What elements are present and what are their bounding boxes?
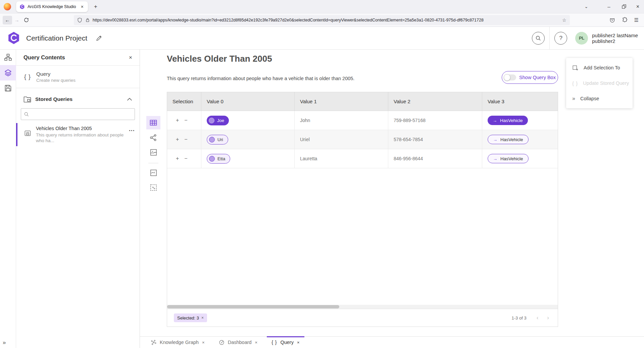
cell-value: John [300, 118, 310, 123]
table-empty-area [167, 168, 558, 305]
forward-button[interactable]: → [12, 16, 21, 24]
more-options-icon[interactable]: ••• [129, 128, 135, 143]
selection-tool-button[interactable] [146, 181, 160, 194]
browser-url-bar: ← → https://dev0028833.esri.com/portal/a… [0, 13, 644, 27]
menu-item-add-selection-to[interactable]: Add Selection To [566, 60, 633, 75]
bookmark-star-icon[interactable]: ☆ [562, 17, 566, 23]
previous-page-button[interactable]: ‹ [537, 314, 539, 321]
browser-tab[interactable]: ArcGIS Knowledge Studio × [16, 1, 88, 12]
column-header[interactable]: Value 1 [295, 92, 388, 111]
avatar[interactable]: PL [575, 32, 588, 45]
results-table: Selection Value 0 Value 1 Value 2 Value … [167, 92, 558, 327]
next-page-button[interactable]: › [547, 314, 549, 321]
remove-selection-icon[interactable]: − [184, 137, 187, 142]
horizontal-scrollbar[interactable] [167, 305, 558, 309]
tab-title: ArcGIS Knowledge Studio [28, 4, 80, 9]
user-name: publisher2 lastName [592, 33, 638, 38]
stored-queries-search[interactable] [21, 108, 135, 120]
column-header[interactable]: Selection [167, 92, 201, 111]
new-query-subtitle: Create new queries [36, 78, 76, 83]
stored-queries-header[interactable]: Stored Queries [16, 93, 140, 106]
add-selection-icon[interactable]: + [176, 156, 179, 161]
entity-chip[interactable]: Etta [207, 154, 230, 164]
back-button[interactable]: ← [3, 16, 12, 24]
tab-close-icon[interactable]: × [80, 4, 85, 9]
menu-item-collapse[interactable]: » Collapse [566, 91, 633, 106]
pocket-icon[interactable] [609, 17, 615, 23]
search-input[interactable] [31, 112, 132, 117]
header-divider [549, 27, 550, 50]
relationship-label: HasVehicle [500, 156, 523, 161]
stored-query-item[interactable]: Vehicles Older Than 2005 This query retu… [16, 123, 140, 146]
braces-icon: { } [24, 73, 31, 80]
firefox-icon[interactable] [4, 3, 11, 10]
menu-hamburger-icon[interactable]: ☰ [634, 17, 639, 23]
tab-query[interactable]: { } Query × [267, 337, 304, 348]
clear-selection-icon[interactable]: × [201, 315, 204, 320]
extensions-puzzle-icon[interactable] [622, 17, 628, 23]
browser-tab-bar: ArcGIS Knowledge Studio × + ⌄ – × [0, 0, 644, 13]
tab-knowledge-graph[interactable]: Knowledge Graph × [146, 337, 209, 348]
entity-chip[interactable]: Joe [207, 116, 229, 125]
new-tab-button[interactable]: + [94, 3, 97, 10]
tab-dashboard[interactable]: Dashboard × [214, 337, 262, 348]
entity-chip[interactable]: Uri [207, 135, 228, 144]
relationship-chip[interactable]: → HasVehicle [488, 154, 529, 163]
page: ArcGIS Knowledge Studio × + ⌄ – × ← → [0, 0, 644, 348]
value-cell: John [295, 111, 388, 130]
add-selection-icon[interactable]: + [176, 137, 179, 142]
add-to-map-button[interactable] [146, 166, 160, 179]
selection-cell: + − [167, 130, 201, 149]
tab-close-icon[interactable]: × [255, 340, 258, 345]
column-header[interactable]: Value 3 [482, 92, 558, 111]
entity-dot-icon [209, 118, 214, 123]
remove-selection-icon[interactable]: − [184, 156, 187, 161]
url-field[interactable]: https://dev0028833.esri.com/portal/apps/… [74, 15, 570, 25]
rail-item-contents[interactable] [0, 65, 16, 80]
cell-value: 759-889-57168 [394, 118, 426, 123]
chevron-up-icon[interactable] [127, 98, 132, 101]
table-view-button[interactable] [146, 116, 160, 129]
tab-close-icon[interactable]: × [297, 340, 300, 345]
stored-query-description: This query returns information about peo… [36, 132, 129, 143]
tab-label: Query [280, 340, 294, 345]
cell-value: 846-956-8644 [394, 156, 423, 161]
scrollbar-thumb[interactable] [167, 305, 339, 308]
global-search-button[interactable] [532, 32, 545, 45]
relationship-chip[interactable]: → HasVehicle [488, 135, 529, 144]
save-icon [4, 84, 12, 92]
url-text: https://dev0028833.esri.com/portal/apps/… [93, 18, 559, 22]
panel-close-icon[interactable]: × [129, 54, 132, 61]
tab-list-chevron-icon[interactable]: ⌄ [584, 4, 588, 9]
column-header[interactable]: Value 2 [388, 92, 482, 111]
new-query-item[interactable]: { } Query Create new queries [16, 66, 140, 88]
window-restore-button[interactable] [622, 4, 626, 9]
toolbar-divider [148, 163, 158, 163]
rail-item-data-model[interactable] [0, 50, 16, 65]
show-query-box-toggle[interactable]: Show Query Box [502, 71, 558, 84]
column-header[interactable]: Value 0 [201, 92, 295, 111]
add-selection-icon[interactable]: + [176, 118, 179, 123]
link-chart-view-button[interactable] [146, 131, 160, 144]
rail-expand-icon[interactable]: » [3, 339, 6, 346]
rail-item-save[interactable] [0, 80, 16, 96]
user-block[interactable]: publisher2 lastName publisher2 [592, 33, 638, 44]
table-footer: Selected: 3 × 1-3 of 3 ‹ › [167, 309, 558, 327]
query-contents-panel: Query Contents × { } Query Create new qu… [16, 50, 140, 348]
table-row: + − Joe John 759-889-57168 → [167, 111, 558, 130]
remove-selection-icon[interactable]: − [184, 118, 187, 123]
panel-header: Query Contents × [16, 50, 140, 66]
menu-item-update-stored-query[interactable]: { } Update Stored Query [566, 75, 633, 91]
edit-project-button[interactable] [95, 35, 103, 42]
window-minimize-button[interactable]: – [607, 4, 610, 9]
selected-count-chip[interactable]: Selected: 3 × [174, 313, 207, 322]
reload-button[interactable] [21, 16, 31, 24]
help-button[interactable]: ? [554, 32, 567, 45]
tab-close-icon[interactable]: × [202, 340, 205, 345]
map-view-button[interactable] [146, 146, 160, 159]
table-row: + − Uri Uriel 578-654-7854 → [167, 130, 558, 149]
toggle-switch[interactable] [504, 74, 516, 80]
window-close-button[interactable]: × [636, 4, 639, 10]
relationship-chip[interactable]: → HasVehicle [488, 116, 528, 125]
shield-icon [77, 17, 82, 23]
